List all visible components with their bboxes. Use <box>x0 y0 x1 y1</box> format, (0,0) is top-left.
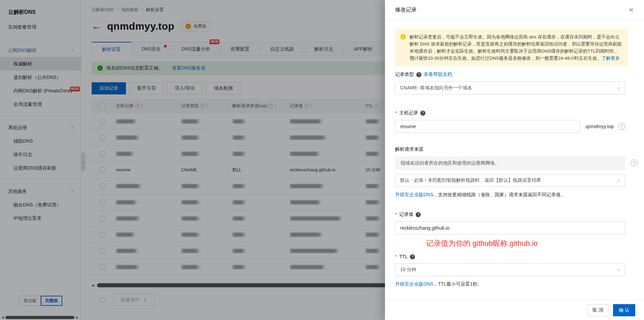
line-source-field: 解析请求来源 指域名访问者所在的地区和使用的运营商网络。 ? 默认 - 必填！未… <box>395 146 625 198</box>
cancel-button[interactable]: 取 消 <box>587 304 608 316</box>
drawer-title: 修改记录 <box>395 6 417 13</box>
tutorial-annotation: 记录值为你的 github昵称.github.io <box>426 238 625 249</box>
ttl-field: * TTL ? 10 分钟 ∨ 升级至企业版DNS，TTL最小可设置1秒。 <box>395 254 625 287</box>
help-icon[interactable]: ? <box>410 254 415 259</box>
record-value-field: * 记录值 ? <box>395 211 625 234</box>
line-source-info: 指域名访问者所在的地区和使用的运营商网络。 ? <box>395 156 625 170</box>
confirm-button[interactable]: 确 认 <box>613 304 635 316</box>
host-record-label: 主机记录 <box>399 110 418 116</box>
warning-text: 解析记录变更后，可能不会立即生效。因为各地网络运营商 dns 存在缓存，在缓存未… <box>410 33 622 62</box>
ttl-effective-warning: ! 解析记录变更后，可能不会立即生效。因为各地网络运营商 dns 存在缓存，在缓… <box>395 29 628 66</box>
line-source-label: 解析请求来源 <box>395 146 423 152</box>
close-icon[interactable]: ✕ <box>629 6 634 14</box>
host-record-field: * 主机记录 ? .qnmdmyy.top ? <box>395 110 625 133</box>
line-source-value: 默认 - 必填！未匹配到智能解析线路时，返回【默认】线路设置结果 <box>400 177 541 183</box>
upgrade-note: 升级至企业版DNS，TTL最小可设置1秒。 <box>395 281 625 287</box>
dim-overlay <box>0 0 385 320</box>
modify-record-drawer: 修改记录 ✕ ! 解析记录变更后，可能不会立即生效。因为各地网络运营商 dns … <box>385 0 644 320</box>
record-type-select[interactable]: CNAME- 将域名指向另外一个域名 ∨ <box>395 82 625 94</box>
record-type-field: 记录类型 ? 查看帮助文档 CNAME- 将域名指向另外一个域名 ∨ <box>395 71 625 94</box>
chevron-down-icon: ∨ <box>617 86 620 90</box>
host-record-input[interactable] <box>395 120 580 133</box>
ttl-value: 10 分钟 <box>400 267 416 273</box>
record-type-label: 记录类型 <box>395 71 414 78</box>
help-doc-link[interactable]: 查看帮助文档 <box>424 71 452 78</box>
record-value-label: 记录值 <box>399 211 413 217</box>
chevron-down-icon: ∨ <box>617 178 620 183</box>
upgrade-note: 升级至企业版DNS，支持按更精细线路（省份、国家）请求来源返回不同记录值。 <box>395 192 625 198</box>
learn-more-link[interactable]: 了解更多 <box>602 56 620 61</box>
required-asterisk: * <box>395 110 397 116</box>
line-source-select[interactable]: 默认 - 必填！未匹配到智能解析线路时，返回【默认】线路设置结果 ∨ <box>395 174 625 187</box>
upgrade-enterprise-dns-link[interactable]: 升级至企业版DNS <box>395 281 433 287</box>
upgrade-enterprise-dns-link[interactable]: 升级至企业版DNS <box>395 192 433 197</box>
drawer-body: ! 解析记录变更后，可能不会立即生效。因为各地网络运营商 dns 存在缓存，在缓… <box>385 20 644 300</box>
help-icon[interactable]: ? <box>420 111 425 116</box>
domain-suffix: .qnmdmyy.top <box>584 124 614 129</box>
ttl-select[interactable]: 10 分钟 ∨ <box>395 263 625 276</box>
help-icon[interactable]: ? <box>631 159 637 166</box>
record-value-input[interactable] <box>395 222 625 234</box>
app: 云解析DNS 实例套餐管理 公网DNS解析∧权威解析递归解析（公共DNS）内网D… <box>0 0 644 320</box>
record-type-value: CNAME- 将域名指向另外一个域名 <box>400 85 472 91</box>
help-icon[interactable]: ? <box>416 212 421 217</box>
drawer-footer: 取 消 确 认 <box>385 300 644 320</box>
drawer-header: 修改记录 ✕ <box>385 0 644 20</box>
required-asterisk: * <box>395 254 397 259</box>
chevron-down-icon: ∨ <box>617 267 620 272</box>
help-icon[interactable]: ? <box>416 72 421 77</box>
help-icon[interactable]: ? <box>618 123 625 130</box>
required-asterisk: * <box>395 212 397 217</box>
ttl-label: TTL <box>399 254 408 259</box>
warning-icon: ! <box>400 34 406 39</box>
